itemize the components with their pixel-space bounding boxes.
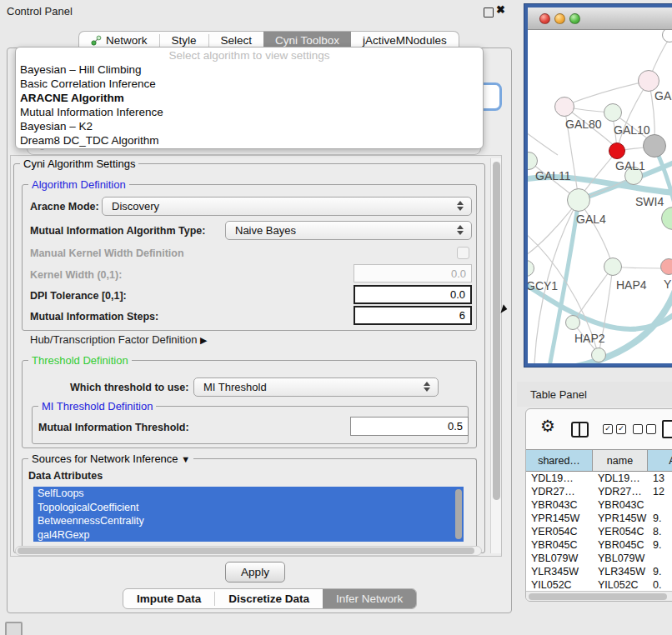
table-row[interactable]: YPR145W YPR145W 9. <box>526 512 672 525</box>
control-panel-titlebar: Control Panel ✖ <box>0 0 515 22</box>
minimize-window-icon[interactable] <box>554 13 565 24</box>
network-canvas[interactable]: GALGAL80GAL10GAL1GAL11SWI4GAL4GCY1HAP4YH… <box>528 30 672 363</box>
dropdown-item[interactable]: Mutual Information Inference <box>16 105 483 119</box>
settings-vertical-scrollbar[interactable] <box>490 158 501 553</box>
table-row[interactable]: YIL052C YIL052C 0. <box>526 578 672 592</box>
dpi-tolerance-label: DPI Tolerance [0,1]: <box>30 290 127 302</box>
cell-name: YER054C <box>593 525 648 538</box>
data-attribute-item[interactable]: BetweennessCentrality <box>33 514 464 528</box>
node-label: GAL11 <box>535 169 571 182</box>
dpi-tolerance-field[interactable]: 0.0 <box>354 285 472 304</box>
dropdown-item[interactable]: ARACNE Algorithm <box>16 91 483 105</box>
dropdown-item[interactable]: Basic Correlation Inference <box>16 77 483 91</box>
columns-icon[interactable] <box>571 422 589 438</box>
tab-infer-network[interactable]: Infer Network <box>323 589 416 608</box>
cell-shared-name: YBL079W <box>526 552 593 565</box>
expand-right-arrow-icon[interactable]: ▶ <box>200 335 207 345</box>
docked-panel-icon[interactable] <box>5 622 23 635</box>
cell-shared-name: YDR27… <box>526 485 593 498</box>
scrollbar-thumb[interactable] <box>493 162 500 500</box>
cell-name: YBR043C <box>593 498 648 512</box>
network-node[interactable] <box>591 348 606 362</box>
mi-type-select[interactable]: Naive Bayes <box>225 221 472 240</box>
mi-type-value: Naive Bayes <box>226 224 296 237</box>
table-row[interactable]: YDR27… YDR27… 12 <box>526 485 672 498</box>
table-horizontal-scrollbar[interactable] <box>526 591 672 602</box>
list-scrollbar-thumb[interactable] <box>455 489 462 539</box>
deselect-all-columns-icon[interactable] <box>633 424 656 434</box>
tab-discretize-data[interactable]: Discretize Data <box>215 589 323 608</box>
aracne-mode-select[interactable]: Discovery <box>102 197 472 216</box>
cell-name: YIL052C <box>593 578 648 592</box>
table-row[interactable]: YBR045C YBR045C 9. <box>526 538 672 552</box>
dropdown-item[interactable]: Dream8 DC_TDC Algorithm <box>16 133 483 148</box>
dropdown-item[interactable]: Bayesian – K2 <box>16 119 483 133</box>
data-attribute-item[interactable]: SelfLoops <box>33 487 464 501</box>
network-window-titlebar[interactable] <box>528 8 672 30</box>
network-node[interactable] <box>567 188 590 212</box>
aracne-mode-label: Aracne Mode: <box>30 201 99 212</box>
cell-value <box>648 498 672 512</box>
close-window-icon[interactable] <box>539 13 550 24</box>
node-table: shared… name A YDL19… YDL19… 13 YDR27… Y… <box>526 449 672 592</box>
algorithm-dropdown-list: Select algorithm to view settings Bayesi… <box>15 47 484 149</box>
mi-threshold-field[interactable]: 0.5 <box>350 417 469 436</box>
cell-value: 12 <box>648 485 672 498</box>
cell-shared-name: YIL052C <box>526 578 593 592</box>
new-table-icon[interactable] <box>662 420 672 438</box>
column-header-name[interactable]: name <box>593 450 648 471</box>
kernel-width-field[interactable]: 0.0 <box>354 264 472 282</box>
close-panel-icon[interactable]: ✖ <box>496 3 505 16</box>
data-attributes-label: Data Attributes <box>28 470 103 482</box>
mi-steps-field[interactable]: 6 <box>354 306 472 325</box>
table-panel-titlebar: Table Panel <box>517 382 672 407</box>
data-attribute-item[interactable]: TopologicalCoefficient <box>33 501 464 515</box>
cell-name: YBL079W <box>593 552 648 565</box>
table-row[interactable]: YER054C YER054C 8. <box>526 525 672 538</box>
network-node[interactable] <box>660 258 672 275</box>
cell-shared-name: YBR043C <box>526 498 593 512</box>
column-header-next[interactable]: A <box>648 450 672 471</box>
scrollbar-thumb[interactable] <box>529 593 667 600</box>
node-label: HAP4 <box>616 278 647 292</box>
network-node[interactable] <box>643 134 666 158</box>
table-row[interactable]: YDL19… YDL19… 13 <box>526 472 672 485</box>
cell-value: 9. <box>648 512 672 525</box>
hub-section-toggle[interactable]: Hub/Transcription Factor Definition ▶ <box>30 333 207 346</box>
cell-value: 9. <box>648 538 672 552</box>
dropdown-item[interactable]: Bayesian – Hill Climbing <box>16 62 483 77</box>
network-node[interactable] <box>604 258 622 276</box>
application-root: Control Panel ✖ Network Style Select Cyn… <box>0 0 672 635</box>
apply-button[interactable]: Apply <box>225 562 285 582</box>
sources-group-title[interactable]: Sources for Network Inference ▼ <box>28 452 193 465</box>
float-window-icon[interactable] <box>484 8 494 18</box>
network-node[interactable] <box>604 103 622 122</box>
cell-shared-name: YDL19… <box>526 472 593 485</box>
table-rows: YDL19… YDL19… 13 YDR27… YDR27… 12 YBR043… <box>526 472 672 592</box>
node-label: Y <box>664 278 671 291</box>
settings-horizontal-scrollbar[interactable] <box>15 546 482 556</box>
network-node[interactable] <box>554 97 574 117</box>
node-label: GAL10 <box>614 123 650 137</box>
scrollbar-thumb[interactable] <box>18 548 474 554</box>
manual-kernel-checkbox[interactable] <box>457 247 469 259</box>
select-all-columns-icon[interactable]: ✓ ✓ <box>603 424 626 434</box>
zoom-window-icon[interactable] <box>569 13 580 24</box>
network-node[interactable] <box>609 142 625 159</box>
dropdown-prompt: Select algorithm to view settings <box>16 48 483 62</box>
table-row[interactable]: YLR345W YLR345W 9. <box>526 565 672 578</box>
data-attribute-item[interactable]: gal4RGexp <box>33 528 464 542</box>
manual-kernel-label: Manual Kernel Width Definition <box>30 248 184 259</box>
column-header-shared-name[interactable]: shared… <box>526 450 593 471</box>
network-node[interactable] <box>565 315 580 330</box>
gear-icon[interactable]: ⚙ <box>540 416 555 436</box>
table-row[interactable]: YBL079W YBL079W <box>526 552 672 565</box>
which-threshold-label: Which threshold to use: <box>70 382 188 393</box>
kernel-width-label: Kernel Width (0,1): <box>30 269 122 281</box>
which-threshold-select[interactable]: MI Threshold <box>193 378 439 397</box>
table-row[interactable]: YBR043C YBR043C <box>526 498 672 512</box>
tab-impute-data[interactable]: Impute Data <box>123 589 214 608</box>
cell-name: YBR045C <box>593 538 648 552</box>
collapse-down-arrow-icon[interactable]: ▼ <box>181 454 190 464</box>
checked-box-icon: ✓ <box>616 424 626 434</box>
